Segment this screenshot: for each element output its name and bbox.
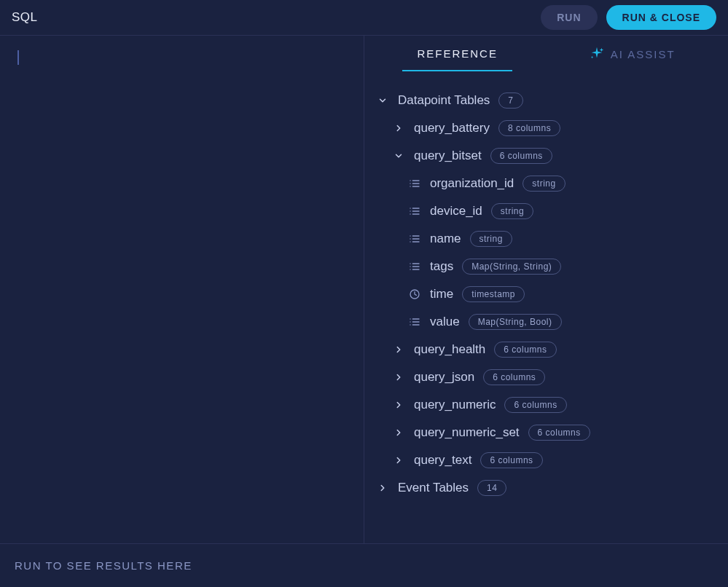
list-icon (408, 315, 421, 328)
tree-column-time[interactable]: time timestamp (376, 280, 716, 308)
column-name: organization_id (430, 176, 514, 191)
count-badge: 14 (477, 480, 506, 496)
page-title: SQL (12, 10, 38, 25)
chevron-right-icon (392, 398, 405, 411)
column-name: name (430, 232, 461, 246)
tree-table-query-numeric[interactable]: query_numeric 6 columns (376, 391, 716, 419)
reference-pane: REFERENCE AI ASSIST Datapoint Tables 7 (364, 36, 728, 543)
table-name: query_bitset (414, 149, 482, 163)
sql-editor[interactable] (0, 36, 364, 543)
tree-column-organization-id[interactable]: organization_id string (376, 170, 716, 197)
editor-cursor (17, 50, 19, 65)
columns-badge: 6 columns (528, 425, 590, 441)
clock-icon (408, 288, 421, 301)
type-badge: timestamp (462, 286, 525, 302)
tree-column-name[interactable]: name string (376, 225, 716, 253)
tree-table-query-json[interactable]: query_json 6 columns (376, 363, 716, 391)
table-name: query_text (414, 453, 471, 468)
chevron-right-icon (392, 343, 405, 356)
list-icon (408, 205, 421, 218)
schema-tree: Datapoint Tables 7 query_battery 8 colum… (364, 72, 728, 543)
column-name: time (430, 287, 453, 302)
tab-ai-assist-label: AI ASSIST (611, 48, 676, 60)
column-name: tags (430, 259, 453, 274)
count-badge: 7 (498, 92, 522, 109)
table-name: query_numeric (414, 398, 496, 412)
header-actions: RUN RUN & CLOSE (541, 5, 716, 30)
type-badge: string (470, 231, 512, 247)
run-button[interactable]: RUN (541, 5, 597, 30)
chevron-right-icon (392, 426, 405, 439)
main-area: REFERENCE AI ASSIST Datapoint Tables 7 (0, 35, 728, 543)
tree-column-value[interactable]: value Map(String, Bool) (376, 308, 716, 336)
list-icon (408, 232, 421, 245)
chevron-right-icon (392, 371, 405, 384)
type-badge: string (491, 203, 533, 219)
side-tabs: REFERENCE AI ASSIST (364, 36, 728, 72)
tree-table-query-numeric-set[interactable]: query_numeric_set 6 columns (376, 419, 716, 446)
tree-table-query-bitset[interactable]: query_bitset 6 columns (376, 142, 716, 170)
tree-section-event[interactable]: Event Tables 14 (376, 474, 716, 502)
columns-badge: 8 columns (498, 120, 560, 136)
results-footer: RUN TO SEE RESULTS HERE (0, 543, 728, 587)
chevron-down-icon (376, 94, 389, 107)
tree-table-query-health[interactable]: query_health 6 columns (376, 336, 716, 363)
tree-column-tags[interactable]: tags Map(String, String) (376, 253, 716, 280)
tab-reference-label: REFERENCE (417, 47, 498, 60)
columns-badge: 6 columns (490, 148, 552, 164)
column-name: device_id (430, 204, 482, 218)
tree-column-device-id[interactable]: device_id string (376, 197, 716, 225)
sparkle-icon (589, 46, 605, 62)
table-name: query_json (414, 370, 474, 385)
tree-table-query-text[interactable]: query_text 6 columns (376, 446, 716, 474)
type-badge: Map(String, Bool) (469, 314, 562, 330)
tree-section-label: Event Tables (398, 481, 469, 495)
run-and-close-button[interactable]: RUN & CLOSE (606, 5, 716, 30)
tree-section-datapoint[interactable]: Datapoint Tables 7 (376, 87, 716, 114)
results-placeholder: RUN TO SEE RESULTS HERE (15, 559, 192, 572)
chevron-right-icon (392, 122, 405, 135)
columns-badge: 6 columns (483, 369, 545, 385)
tab-ai-assist[interactable]: AI ASSIST (574, 36, 690, 72)
columns-badge: 6 columns (504, 397, 566, 413)
tree-table-query-battery[interactable]: query_battery 8 columns (376, 114, 716, 142)
columns-badge: 6 columns (480, 452, 542, 468)
chevron-right-icon (392, 454, 405, 467)
list-icon (408, 260, 421, 273)
table-name: query_health (414, 342, 485, 357)
type-badge: Map(String, String) (462, 259, 561, 275)
column-name: value (430, 315, 460, 329)
chevron-right-icon (376, 481, 389, 495)
table-name: query_battery (414, 121, 490, 135)
list-icon (408, 177, 421, 190)
tree-section-label: Datapoint Tables (398, 93, 490, 108)
table-name: query_numeric_set (414, 425, 520, 440)
columns-badge: 6 columns (494, 342, 556, 358)
tab-reference[interactable]: REFERENCE (402, 37, 512, 71)
type-badge: string (522, 176, 565, 192)
chevron-down-icon (392, 149, 405, 162)
header-bar: SQL RUN RUN & CLOSE (0, 0, 728, 35)
